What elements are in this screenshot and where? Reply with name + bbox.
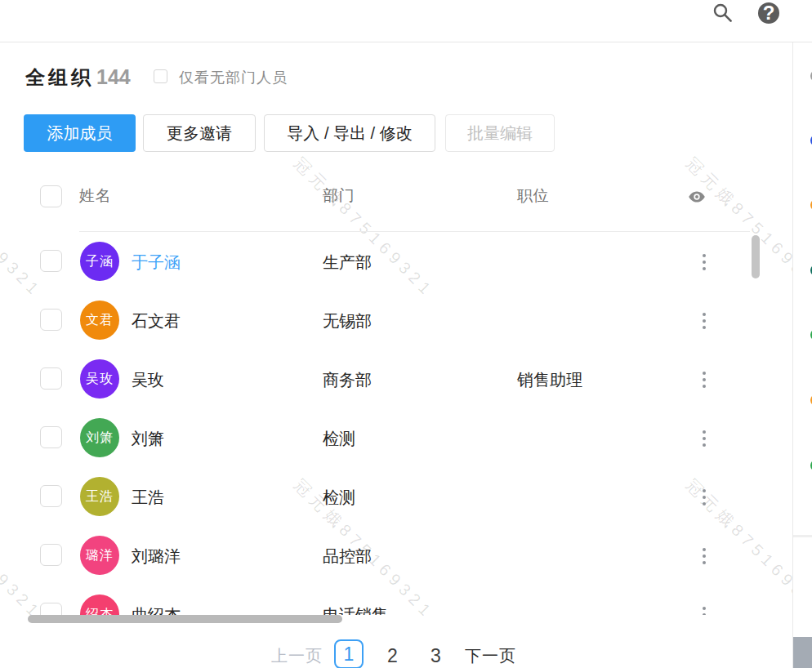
table-row: 璐洋 刘璐洋 品控部 <box>0 526 768 585</box>
main-content: 全组织 144 仅看无部门人员 添加成员 更多邀请 导入 / 导出 / 修改 批… <box>0 42 792 668</box>
table-row: 王浩 王浩 检测 <box>0 467 768 526</box>
row-menu-icon[interactable] <box>697 427 712 453</box>
member-name[interactable]: 曲绍杰 <box>132 604 181 615</box>
member-dept: 无锡部 <box>323 310 372 332</box>
table-row: 文君 石文君 无锡部 <box>0 291 768 350</box>
member-table-body: 子涵 于子涵 生产部 文君 石文君 无锡部 吴玫 吴玫 商务部 销售助理 刘箫 … <box>0 232 768 615</box>
table-header: 姓名 部门 职位 <box>0 185 792 231</box>
batch-edit-button[interactable]: 批量编辑 <box>445 114 555 152</box>
select-all-checkbox[interactable] <box>40 185 62 207</box>
avatar[interactable]: 绍杰 <box>80 595 119 615</box>
column-header-title: 职位 <box>517 185 549 207</box>
row-menu-icon[interactable] <box>697 251 712 277</box>
table-row: 吴玫 吴玫 商务部 销售助理 <box>0 350 768 408</box>
right-panel-strip <box>792 42 812 668</box>
table-row: 刘箫 刘箫 检测 <box>0 408 768 467</box>
row-checkbox[interactable] <box>40 367 62 390</box>
avatar[interactable]: 吴玫 <box>80 359 119 399</box>
row-menu-icon[interactable] <box>697 368 712 394</box>
member-dept: 商务部 <box>323 369 372 391</box>
row-checkbox[interactable] <box>40 426 62 448</box>
row-menu-icon[interactable] <box>697 310 712 336</box>
row-checkbox[interactable] <box>40 309 62 331</box>
member-count: 144 <box>96 65 131 89</box>
import-export-button[interactable]: 导入 / 导出 / 修改 <box>264 114 435 152</box>
row-menu-icon[interactable] <box>697 603 712 615</box>
pagination-next[interactable]: 下一页 <box>465 645 516 667</box>
topbar: ? <box>0 0 812 42</box>
avatar[interactable]: 刘箫 <box>80 418 119 457</box>
column-header-name: 姓名 <box>79 185 111 207</box>
more-invite-button[interactable]: 更多邀请 <box>143 114 256 152</box>
member-dept: 检测 <box>323 428 355 450</box>
table-row: 绍杰 曲绍杰 电话销售 <box>0 585 768 615</box>
pagination-prev[interactable]: 上一页 <box>271 645 323 667</box>
row-menu-icon[interactable] <box>697 486 712 512</box>
member-dept: 检测 <box>323 487 355 509</box>
row-checkbox[interactable] <box>40 485 62 507</box>
help-icon[interactable]: ? <box>758 2 779 24</box>
row-checkbox[interactable] <box>40 250 62 272</box>
outer-scrollbar-thumb[interactable] <box>793 637 812 668</box>
table-hscrollbar-thumb[interactable] <box>28 615 342 623</box>
member-title: 销售助理 <box>517 369 582 391</box>
page-title: 全组织 <box>25 65 94 91</box>
filter-checkbox[interactable] <box>154 69 167 83</box>
row-checkbox[interactable] <box>40 603 62 615</box>
avatar[interactable]: 文君 <box>80 301 119 340</box>
row-menu-icon[interactable] <box>697 545 712 571</box>
row-checkbox[interactable] <box>40 544 62 566</box>
member-name[interactable]: 于子涵 <box>132 252 181 274</box>
member-dept: 电话销售 <box>323 604 388 615</box>
avatar[interactable]: 子涵 <box>80 242 119 281</box>
member-name[interactable]: 石文君 <box>132 310 181 332</box>
member-name[interactable]: 刘璐洋 <box>132 546 181 568</box>
search-icon[interactable] <box>712 2 732 22</box>
eye-icon[interactable] <box>689 191 705 203</box>
filter-label: 仅看无部门人员 <box>179 68 288 87</box>
right-panel-divider <box>792 42 793 668</box>
column-header-dept: 部门 <box>323 185 355 207</box>
right-panel-separator <box>793 535 812 537</box>
member-dept: 生产部 <box>323 252 372 274</box>
table-row: 子涵 于子涵 生产部 <box>0 232 768 291</box>
add-member-button[interactable]: 添加成员 <box>24 114 136 152</box>
page: 冠元娥875169321冠元娥875169321冠元娥875169321冠元娥8… <box>0 0 812 668</box>
avatar[interactable]: 璐洋 <box>80 536 119 575</box>
pagination: 上一页 1 2 3 下一页 <box>0 639 792 668</box>
pagination-page-2[interactable]: 2 <box>387 645 398 667</box>
member-name[interactable]: 刘箫 <box>132 428 164 450</box>
member-dept: 品控部 <box>323 546 372 568</box>
pagination-page-1[interactable]: 1 <box>334 639 364 668</box>
pagination-page-3[interactable]: 3 <box>431 645 441 667</box>
table-vscrollbar-thumb[interactable] <box>752 235 760 278</box>
avatar[interactable]: 王浩 <box>80 477 119 516</box>
member-name[interactable]: 吴玫 <box>132 369 164 391</box>
member-name[interactable]: 王浩 <box>132 487 164 509</box>
